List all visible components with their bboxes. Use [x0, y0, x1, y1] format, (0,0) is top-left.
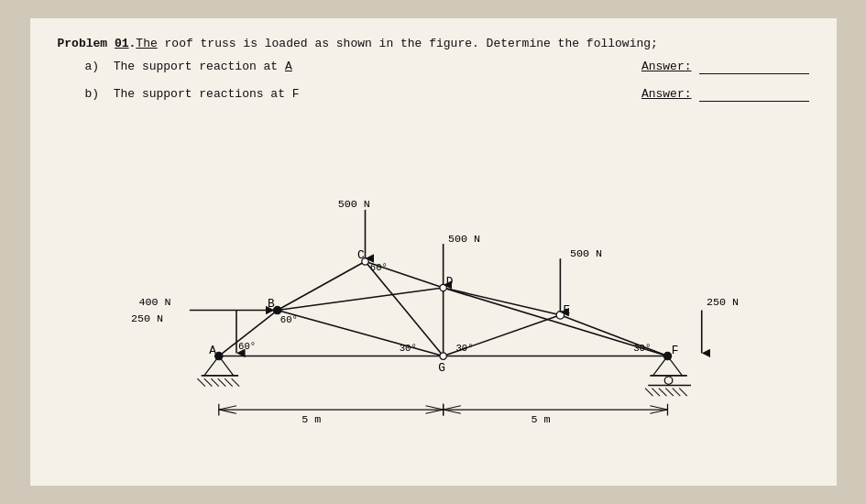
svg-line-16: [658, 389, 666, 397]
qa-section: a) The support reaction at A Answer: b) …: [85, 60, 809, 102]
answer-b-line: [699, 87, 809, 102]
angle-B: 60°: [280, 314, 297, 325]
node-A-label: A: [209, 344, 216, 357]
svg-point-12: [664, 377, 673, 385]
svg-line-7: [225, 378, 233, 387]
question-b: b) The support reactions at F: [85, 87, 406, 101]
svg-line-15: [652, 389, 660, 397]
svg-line-3: [197, 378, 205, 387]
angle-G-left: 30°: [399, 343, 416, 354]
load-250N-right-label: 250 N: [707, 296, 739, 309]
load-400N-label: 400 N: [138, 296, 170, 309]
svg-line-6: [217, 378, 225, 387]
dim-5m-right: 5 m: [531, 413, 550, 426]
q-b-letter: b) The support reactions at F: [85, 87, 300, 101]
page: Problem 01.The roof truss is loaded as s…: [30, 18, 837, 486]
svg-line-27: [277, 311, 443, 356]
svg-line-19: [679, 389, 687, 397]
angle-A-60: 60°: [238, 341, 256, 352]
load-E-label: 500 N: [570, 247, 602, 260]
answer-b-label: Answer:: [641, 87, 692, 101]
node-C-label: C: [356, 248, 364, 262]
load-250N-left-label: 250 N: [131, 312, 163, 325]
node-D-label: D: [445, 275, 453, 289]
problem-text: roof truss is loaded as shown in the fig…: [158, 37, 658, 50]
angle-G-right: 30°: [455, 343, 473, 354]
node-G-label: G: [438, 361, 445, 375]
node-B-label: B: [268, 297, 275, 311]
problem-statement: Problem 01.The roof truss is loaded as s…: [58, 37, 809, 50]
truss-svg: A B C D E F G 500 N 500 N 500 N 400 N 25…: [85, 151, 782, 454]
node-E-label: E: [563, 303, 570, 317]
load-C-label: 500 N: [337, 198, 369, 211]
problem-label: Problem 01.: [58, 37, 137, 50]
svg-line-14: [645, 389, 653, 397]
qa-row-a: a) The support reaction at A Answer:: [85, 60, 809, 74]
svg-line-23: [277, 261, 365, 310]
svg-line-25: [443, 288, 560, 315]
svg-line-26: [560, 315, 667, 356]
svg-line-8: [231, 378, 239, 387]
answer-a-line: [699, 60, 809, 74]
problem-number: 01: [115, 37, 129, 50]
q-a-underline: A: [285, 60, 292, 73]
truss-diagram: A B C D E F G 500 N 500 N 500 N 400 N 25…: [85, 151, 782, 454]
svg-point-39: [663, 352, 672, 360]
answer-a-label: Answer:: [641, 60, 692, 73]
angle-C: 60°: [369, 262, 387, 273]
svg-line-28: [365, 261, 443, 356]
the-underline: The: [136, 37, 157, 50]
svg-point-38: [439, 353, 445, 359]
svg-line-18: [672, 389, 680, 397]
svg-line-31: [277, 288, 443, 310]
angle-F-left: 30°: [633, 343, 651, 354]
load-D-label: 500 N: [447, 233, 479, 246]
answer-a: Answer:: [641, 60, 809, 74]
question-a: a) The support reaction at A: [85, 60, 406, 73]
qa-row-b: b) The support reactions at F Answer:: [85, 87, 809, 102]
q-a-letter: a) The support reaction at A: [85, 60, 292, 73]
dim-5m-left: 5 m: [301, 413, 321, 426]
svg-line-5: [211, 378, 219, 387]
svg-line-17: [665, 389, 674, 397]
node-F-label: F: [671, 344, 678, 357]
answer-b: Answer:: [641, 87, 809, 102]
svg-line-4: [203, 378, 212, 387]
